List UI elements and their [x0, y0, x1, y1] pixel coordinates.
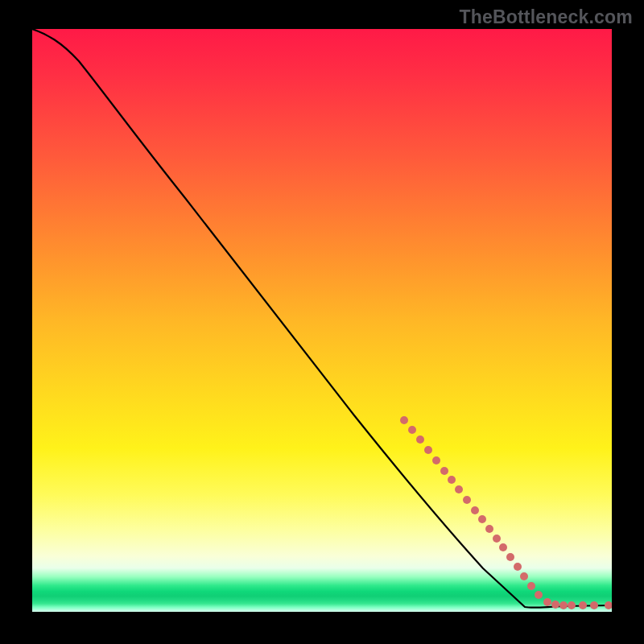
chart-frame: TheBottleneck.com [0, 0, 644, 644]
svg-point-21 [559, 601, 568, 609]
svg-point-20 [551, 601, 559, 609]
bottleneck-curve [32, 29, 612, 608]
svg-point-14 [506, 553, 514, 561]
svg-point-2 [416, 436, 424, 444]
svg-point-6 [448, 476, 456, 484]
svg-point-8 [463, 496, 471, 504]
svg-point-22 [568, 601, 576, 609]
marker-dots [400, 416, 612, 609]
svg-point-11 [485, 525, 493, 533]
svg-point-16 [520, 572, 528, 580]
svg-point-24 [590, 601, 598, 609]
svg-point-0 [400, 416, 408, 424]
svg-point-7 [455, 485, 463, 493]
svg-point-12 [493, 535, 501, 543]
svg-point-4 [432, 456, 440, 464]
svg-point-9 [471, 506, 479, 514]
curve-layer [32, 29, 612, 612]
svg-point-1 [408, 426, 416, 434]
svg-point-19 [543, 598, 551, 606]
watermark-label: TheBottleneck.com [459, 6, 633, 28]
svg-point-10 [478, 515, 486, 523]
svg-point-25 [605, 601, 612, 609]
plot-area [32, 29, 612, 612]
svg-point-3 [424, 446, 432, 454]
svg-point-5 [440, 467, 448, 475]
svg-point-17 [527, 582, 535, 590]
svg-point-15 [514, 563, 522, 571]
svg-point-18 [535, 591, 543, 599]
svg-point-23 [579, 601, 587, 609]
svg-point-13 [499, 543, 507, 551]
